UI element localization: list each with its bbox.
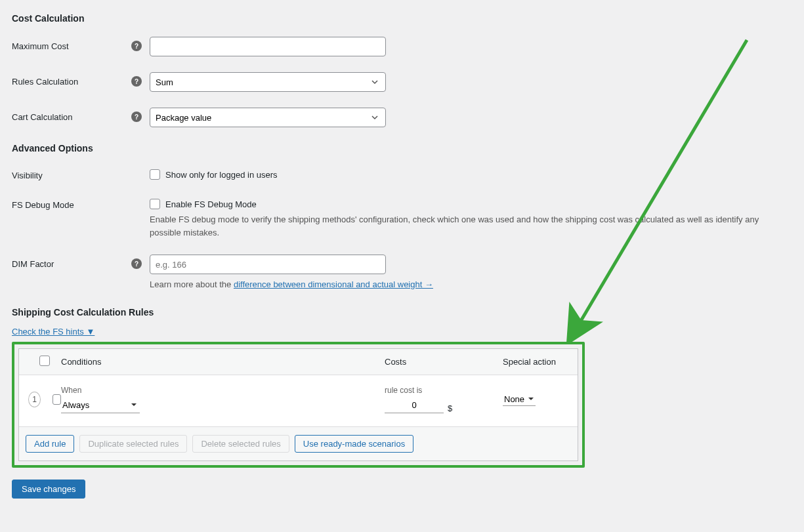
when-label: When: [61, 386, 385, 395]
col-header-costs: Costs: [385, 357, 503, 367]
rule-cost-input[interactable]: [385, 398, 444, 413]
save-changes-button[interactable]: Save changes: [12, 480, 85, 499]
rules-calculation-select[interactable]: Sum: [150, 72, 386, 92]
section-advanced-options: Advanced Options: [12, 143, 792, 153]
cart-calculation-select[interactable]: Package value: [150, 108, 386, 127]
ready-made-scenarios-button[interactable]: Use ready-made scenarios: [295, 435, 413, 453]
fs-debug-checkbox-label: Enable FS Debug Mode: [165, 199, 257, 209]
label-rules-calculation: Rules Calculation: [12, 77, 131, 87]
label-cart-calculation: Cart Calculation: [12, 112, 131, 122]
help-icon[interactable]: ?: [131, 76, 142, 87]
dim-help-prefix: Learn more about the: [150, 279, 234, 289]
help-icon[interactable]: ?: [131, 258, 142, 269]
check-fs-hints-link[interactable]: Check the FS hints ▼: [12, 327, 95, 337]
label-dim-factor: DIM Factor: [12, 259, 131, 269]
duplicate-rules-button[interactable]: Duplicate selected rules: [79, 435, 187, 453]
visibility-checkbox[interactable]: [150, 169, 160, 180]
dim-factor-input[interactable]: [150, 255, 386, 274]
rule-row-checkbox[interactable]: [53, 394, 61, 405]
dim-help-link[interactable]: difference between dimensional and actua…: [234, 279, 433, 289]
label-maximum-cost: Maximum Cost: [12, 41, 131, 51]
delete-rules-button[interactable]: Delete selected rules: [192, 435, 289, 453]
currency-symbol: $: [448, 403, 452, 413]
rule-cost-label: rule cost is: [385, 386, 503, 395]
condition-when-select[interactable]: Always: [61, 398, 140, 413]
rule-row-number: 1: [28, 392, 41, 407]
fs-debug-checkbox[interactable]: [150, 199, 160, 209]
visibility-checkbox-label: Show only for logged in users: [165, 170, 278, 180]
rules-highlight-frame: Conditions Costs Special action 1 When A…: [12, 342, 585, 468]
label-fs-debug: FS Debug Mode: [12, 200, 150, 210]
label-visibility: Visibility: [12, 171, 150, 180]
fs-debug-description: Enable FS debug mode to verify the shipp…: [150, 213, 792, 239]
col-header-special-action: Special action: [503, 357, 568, 367]
col-header-conditions: Conditions: [61, 357, 385, 367]
special-action-select[interactable]: None: [503, 393, 536, 406]
section-cost-calculation: Cost Calculation: [12, 13, 792, 24]
maximum-cost-input[interactable]: [150, 37, 386, 56]
help-icon[interactable]: ?: [131, 41, 142, 51]
add-rule-button[interactable]: Add rule: [26, 435, 74, 453]
help-icon[interactable]: ?: [131, 112, 142, 122]
rules-select-all-checkbox[interactable]: [39, 356, 50, 366]
section-shipping-rules: Shipping Cost Calculation Rules: [12, 307, 792, 317]
